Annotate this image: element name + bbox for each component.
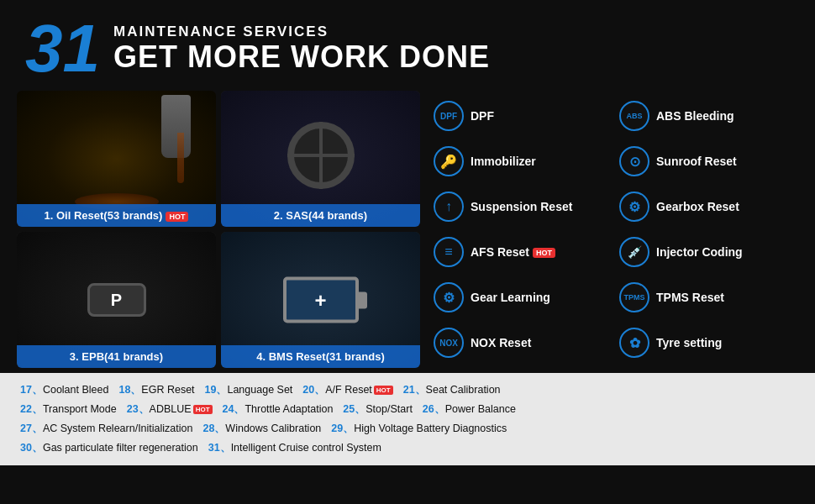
- service-tyre: ✿ Tyre setting: [614, 321, 798, 365]
- service-gearbox: ⚙ Gearbox Reset: [614, 185, 798, 228]
- bottom-item-26: 26、Power Balance: [423, 402, 526, 417]
- service-tpms: TPMS TPMS Reset: [614, 276, 798, 319]
- abs-label: ABS Bleeding: [656, 109, 734, 123]
- bottom-item-27: 27、AC System Relearn/Initialization: [20, 422, 202, 436]
- bottom-item-22: 22、Transport Mode: [20, 402, 127, 417]
- main-title: GET MORE WORK DONE: [113, 40, 490, 74]
- bottom-item-28: 28、Windows Calibration: [202, 422, 331, 436]
- bottom-item-29: 29、High Voltage Battery Diagnostics: [331, 422, 517, 436]
- bottom-row-3: 27、AC System Relearn/Initialization 28、W…: [20, 422, 795, 436]
- services-list: DPF DPF ABS ABS Bleeding 🔑 Immobilizer ⊙…: [429, 91, 798, 368]
- injector-icon: 💉: [619, 237, 649, 267]
- service-immobilizer: 🔑 Immobilizer: [429, 139, 613, 183]
- main-content: 1. Oil Reset(53 brands)HOT 2. SAS(44 bra…: [0, 91, 815, 368]
- oil-label: 1. Oil Reset(53 brands)HOT: [17, 204, 216, 227]
- service-abs: ABS ABS Bleeding: [614, 94, 798, 138]
- service-suspension: ↑ Suspension Reset: [429, 185, 613, 228]
- bottom-item-20: 20、A/F ResetHOT: [302, 383, 402, 397]
- afs-hot-badge: HOT: [533, 248, 555, 258]
- immobilizer-icon: 🔑: [434, 146, 464, 176]
- hot-badge: HOT: [166, 212, 188, 222]
- af-hot-badge: HOT: [374, 386, 393, 395]
- bottom-row-1: 17、Coolant Bleed 18、EGR Reset 19、Languag…: [20, 383, 795, 397]
- epb-label: 3. EPB(41 brands): [17, 345, 216, 368]
- service-gear-learning: ⚙ Gear Learning: [429, 276, 613, 319]
- service-injector: 💉 Injector Coding: [614, 230, 798, 274]
- suspension-label: Suspension Reset: [471, 200, 572, 213]
- bottom-item-19: 19、Language Set: [205, 383, 303, 397]
- nox-icon: NOX: [434, 328, 464, 358]
- photo-bms: 4. BMS Reset(31 brands): [221, 232, 420, 368]
- bms-label: 4. BMS Reset(31 brands): [221, 345, 420, 368]
- header-text: MAINTENANCE SERVICES GET MORE WORK DONE: [113, 24, 490, 74]
- sunroof-label: Sunroof Reset: [656, 155, 737, 168]
- injector-label: Injector Coding: [656, 245, 743, 259]
- battery-icon: [283, 277, 359, 323]
- bottom-item-17: 17、Coolant Bleed: [20, 383, 118, 397]
- service-afs: ≡ AFS ResetHOT: [429, 230, 613, 274]
- suspension-icon: ↑: [434, 192, 464, 222]
- header: 31 MAINTENANCE SERVICES GET MORE WORK DO…: [0, 0, 815, 91]
- dpf-icon: DPF: [434, 101, 464, 131]
- bottom-bar: 17、Coolant Bleed 18、EGR Reset 19、Languag…: [0, 373, 815, 465]
- service-dpf: DPF DPF: [429, 94, 613, 138]
- abs-icon: ABS: [619, 101, 649, 131]
- adblue-hot-badge: HOT: [193, 405, 213, 414]
- tyre-label: Tyre setting: [656, 336, 722, 349]
- gear-learning-label: Gear Learning: [471, 291, 550, 304]
- bottom-item-25: 25、Stop/Start: [343, 402, 423, 417]
- photo-grid: 1. Oil Reset(53 brands)HOT 2. SAS(44 bra…: [17, 91, 420, 368]
- afs-label: AFS ResetHOT: [471, 245, 555, 259]
- bottom-item-31: 31、Intelligent Cruise control System: [208, 441, 392, 455]
- bottom-row-2: 22、Transport Mode 23、ADBLUEHOT 24、Thrott…: [20, 402, 795, 417]
- subtitle: MAINTENANCE SERVICES: [113, 24, 490, 40]
- service-sunroof: ⊙ Sunroof Reset: [614, 139, 798, 183]
- photo-sas: 2. SAS(44 brands): [221, 91, 420, 227]
- gear-learning-icon: ⚙: [434, 282, 464, 312]
- tyre-icon: ✿: [619, 328, 649, 358]
- epb-button-icon: [87, 283, 146, 317]
- bottom-item-24: 24、Throttle Adaptation: [223, 402, 344, 417]
- gearbox-icon: ⚙: [619, 192, 649, 222]
- bottom-item-23: 23、ADBLUEHOT: [127, 402, 223, 417]
- bottom-item-30: 30、Gas particulate filter regeneration: [20, 441, 208, 455]
- service-nox: NOX NOX Reset: [429, 321, 613, 365]
- sas-label: 2. SAS(44 brands): [221, 204, 420, 227]
- photo-epb: 3. EPB(41 brands): [17, 232, 216, 368]
- steering-wheel-icon: [287, 122, 355, 189]
- bottom-item-21: 21、Seat Calibration: [403, 383, 511, 397]
- main-container: 31 MAINTENANCE SERVICES GET MORE WORK DO…: [0, 0, 815, 504]
- photo-oil: 1. Oil Reset(53 brands)HOT: [17, 91, 216, 227]
- number-31: 31: [25, 15, 100, 82]
- sunroof-icon: ⊙: [619, 146, 649, 176]
- bottom-row-4: 30、Gas particulate filter regeneration 3…: [20, 441, 795, 455]
- tpms-label: TPMS Reset: [656, 291, 724, 304]
- nox-label: NOX Reset: [471, 336, 531, 349]
- afs-icon: ≡: [434, 237, 464, 267]
- tpms-icon: TPMS: [619, 282, 649, 312]
- gearbox-label: Gearbox Reset: [656, 200, 739, 213]
- dpf-label: DPF: [471, 109, 494, 123]
- immobilizer-label: Immobilizer: [471, 155, 536, 168]
- bottom-item-18: 18、EGR Reset: [118, 383, 204, 397]
